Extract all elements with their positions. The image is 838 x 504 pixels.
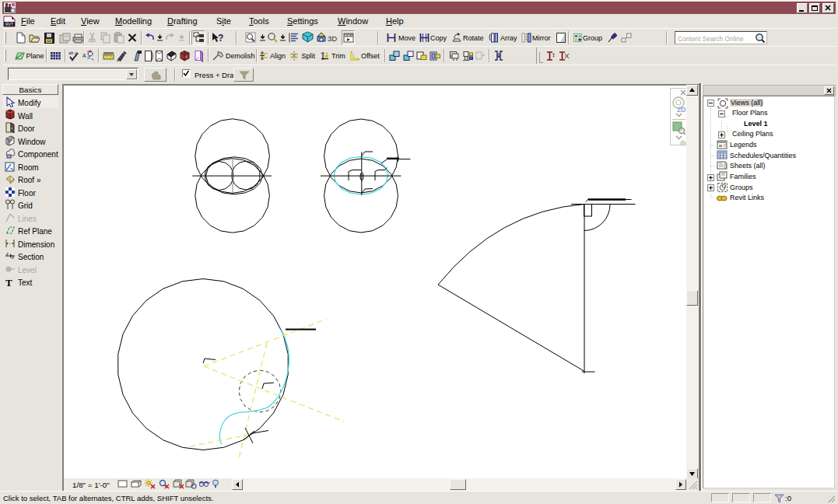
svg-text:RVT: RVT [5, 22, 13, 26]
svg-text:A: A [82, 53, 86, 58]
svg-text:?: ? [218, 33, 223, 44]
svg-text:ab: ab [68, 51, 74, 55]
